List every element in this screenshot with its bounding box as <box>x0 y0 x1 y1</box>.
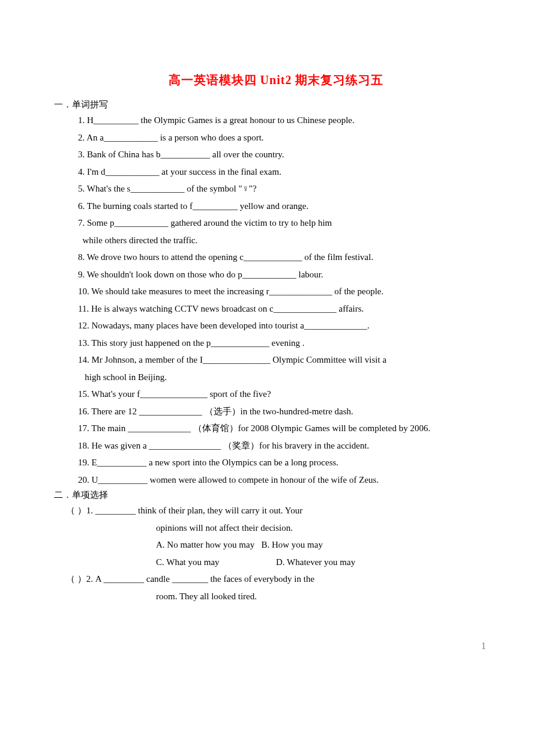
section-2-heading: 二．单项选择 <box>54 489 498 501</box>
q1-16: 16. There are 12 ______________ （选手）in t… <box>78 403 498 420</box>
mc-q1-stem1: _________ think of their plan, they will… <box>95 506 302 515</box>
mc-q1-optD: D. Whatever you may <box>276 557 355 567</box>
q1-15: 15. What's your f_______________ sport o… <box>78 386 498 403</box>
q1-3: 3. Bank of China has b___________ all ov… <box>78 146 498 163</box>
q1-14a: 14. Mr Johnson, a member of the I_______… <box>78 351 498 369</box>
q1-12: 12. Nowadays, many places have been deve… <box>78 317 498 334</box>
q1-14b: high school in Beijing. <box>78 369 498 386</box>
q1-6: 6. The burning coals started to f_______… <box>78 198 498 215</box>
q1-20: 20. U___________ women were allowed to c… <box>78 471 498 489</box>
mc-q1-optB: B. How you may <box>261 540 323 549</box>
q1-7b: while others directed the traffic. <box>78 232 498 249</box>
q1-7a: 7. Some p____________ gathered around th… <box>78 214 498 232</box>
q1-13: 13. This story just happened on the p___… <box>78 334 498 352</box>
q1-11: 11. He is always watching CCTV news broa… <box>78 300 498 318</box>
q1-4: 4. I'm d____________ at your success in … <box>78 163 498 181</box>
document-page: 高一英语模块四 Unit2 期末复习练习五 一．单词拼写 1. H_______… <box>0 0 552 676</box>
mc-q1-optC: C. What you may <box>156 554 276 571</box>
mc-q1-opts-row2: C. What you mayD. Whatever you may <box>156 554 498 571</box>
page-number: 1 <box>54 641 498 652</box>
q1-8: 8. We drove two hours to attend the open… <box>78 249 498 266</box>
section-1-items: 1. H__________ the Olympic Games is a gr… <box>78 112 498 488</box>
mc-q1-line1: （ ）1. _________ think of their plan, the… <box>66 502 498 519</box>
section-2-items: （ ）1. _________ think of their plan, the… <box>66 502 498 605</box>
mc-q2-stem1: A _________ candle ________ the faces of… <box>95 574 314 584</box>
mc-q1-num: （ ）1. <box>66 506 95 515</box>
mc-q2-line1: （ ）2. A _________ candle ________ the fa… <box>66 570 498 588</box>
mc-q2-num: （ ）2. <box>66 574 95 584</box>
q1-2: 2. An a____________ is a person who does… <box>78 129 498 147</box>
q1-17: 17. The main ______________ （体育馆）for 200… <box>78 420 498 437</box>
q1-9: 9. We shouldn't look down on those who d… <box>78 266 498 283</box>
q1-19: 19. E___________ a new sport into the Ol… <box>78 454 498 471</box>
mc-q1-optA: A. No matter how you may <box>156 536 254 554</box>
section-1-heading: 一．单词拼写 <box>54 99 498 110</box>
q1-10: 10. We should take measures to meet the … <box>78 283 498 300</box>
document-title: 高一英语模块四 Unit2 期末复习练习五 <box>54 72 498 88</box>
mc-q1-opts-row1: A. No matter how you may B. How you may <box>156 536 498 554</box>
mc-q2-stem2: room. They all looked tired. <box>156 588 498 605</box>
q1-18: 18. He was given a ________________ （奖章）… <box>78 437 498 455</box>
mc-q1-stem2: opinions will not affect their decision. <box>156 519 498 537</box>
q1-5: 5. What's the s____________ of the symbo… <box>78 180 498 198</box>
q1-1: 1. H__________ the Olympic Games is a gr… <box>78 112 498 129</box>
